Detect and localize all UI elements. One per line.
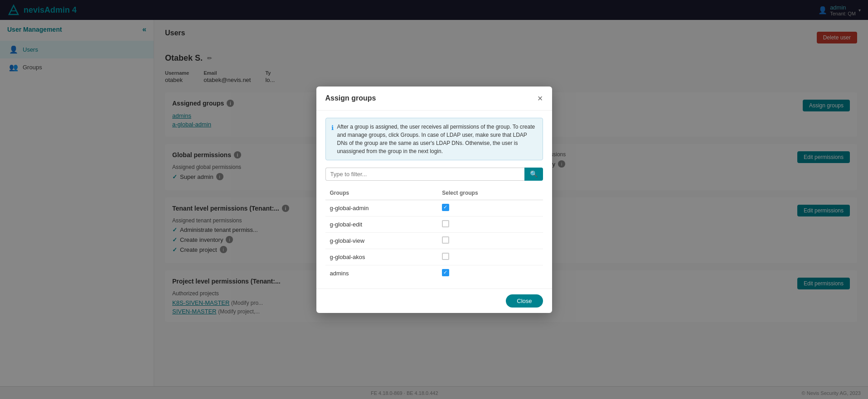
table-row: g-global-edit: [325, 216, 543, 232]
table-row: g-global-admin: [325, 200, 543, 216]
group-checkbox-cell-1: [437, 216, 543, 232]
group-name-2: g-global-view: [325, 232, 438, 249]
info-banner-icon: ℹ: [331, 123, 334, 155]
table-row: g-global-akos: [325, 249, 543, 265]
group-name-1: g-global-edit: [325, 216, 438, 232]
info-banner: ℹ After a group is assigned, the user re…: [325, 118, 543, 160]
group-checkbox-cell-2: [437, 232, 543, 249]
modal-title: Assign groups: [325, 94, 376, 102]
modal-footer: Close: [316, 288, 552, 313]
modal-body: ℹ After a group is assigned, the user re…: [316, 111, 552, 288]
filter-button[interactable]: 🔍: [524, 168, 543, 181]
info-banner-text: After a group is assigned, the user rece…: [337, 123, 537, 155]
group-checkbox-cell-4: [437, 265, 543, 281]
group-name-0: g-global-admin: [325, 200, 438, 216]
modal-close-footer-button[interactable]: Close: [506, 294, 543, 308]
col-select-header: Select groups: [437, 186, 543, 200]
group-checkbox-2[interactable]: [442, 236, 449, 244]
modal-close-button[interactable]: ×: [538, 94, 543, 103]
table-row: admins: [325, 265, 543, 281]
assign-groups-modal: Assign groups × ℹ After a group is assig…: [316, 87, 552, 313]
group-checkbox-cell-3: [437, 249, 543, 265]
modal-header: Assign groups ×: [316, 87, 552, 111]
modal-overlay: Assign groups × ℹ After a group is assig…: [0, 0, 868, 399]
filter-input[interactable]: [325, 168, 524, 181]
search-icon: 🔍: [530, 170, 538, 178]
group-checkbox-cell-0: [437, 200, 543, 216]
group-checkbox-3[interactable]: [442, 253, 449, 260]
col-groups-header: Groups: [325, 186, 438, 200]
group-checkbox-4[interactable]: [442, 269, 449, 276]
groups-table: Groups Select groups g-global-adming-glo…: [325, 186, 543, 281]
group-name-4: admins: [325, 265, 438, 281]
group-checkbox-1[interactable]: [442, 220, 449, 227]
group-name-3: g-global-akos: [325, 249, 438, 265]
filter-row: 🔍: [325, 168, 543, 181]
table-row: g-global-view: [325, 232, 543, 249]
group-checkbox-0[interactable]: [442, 204, 449, 211]
